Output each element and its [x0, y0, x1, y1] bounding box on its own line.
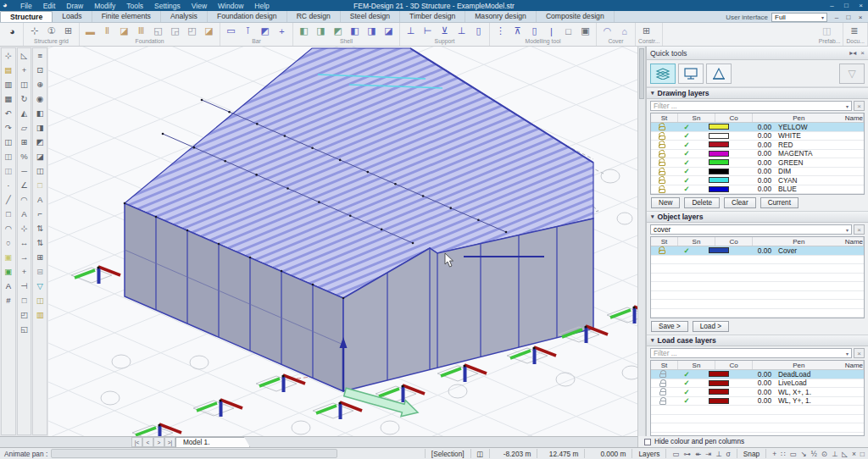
remove-view-icon[interactable]: ⊟ — [33, 264, 47, 279]
clear-filter-button[interactable]: × — [854, 348, 865, 358]
layer-color-swatch[interactable] — [709, 380, 729, 386]
undo-icon[interactable]: ↶ — [2, 106, 15, 120]
menu-item[interactable]: Draw — [61, 2, 88, 10]
layer-color-swatch[interactable] — [709, 247, 729, 253]
workplane-icon[interactable]: □ — [33, 178, 47, 192]
prefab-icon[interactable]: ◫ — [819, 24, 835, 38]
copy-object-icon[interactable]: ◫ — [18, 77, 31, 91]
window-control-button[interactable]: × — [854, 2, 868, 9]
support-group-icon[interactable]: ▯ — [470, 24, 487, 38]
clear-filter-button[interactable]: × — [854, 224, 865, 235]
pile-foundation-icon[interactable]: ◲ — [167, 24, 183, 38]
filter-view-icon[interactable]: ▽ — [33, 279, 47, 293]
drawing-layer-row[interactable]: ✓ 0.00 CYAN — [651, 176, 864, 185]
layer-color-swatch[interactable] — [709, 389, 729, 395]
menu-item[interactable]: Edit — [38, 2, 61, 10]
lock-icon[interactable] — [659, 135, 665, 140]
snap-cross-icon[interactable]: + — [772, 450, 776, 458]
ribbon-tab[interactable]: Steel design — [341, 11, 400, 22]
mirror-icon[interactable]: ◭ — [18, 106, 31, 120]
drawing-layer-row[interactable]: ✓ 0.00 RED — [651, 141, 864, 150]
column-header[interactable]: Name — [845, 237, 864, 246]
clear-filter-button[interactable]: × — [854, 101, 865, 111]
region-yellow-icon[interactable]: ▣ — [2, 250, 15, 264]
tab-nav-button[interactable]: |< — [131, 437, 142, 447]
snap-off-icon[interactable]: × — [852, 450, 856, 458]
circle-draw-icon[interactable]: ○ — [2, 235, 15, 250]
save-icon[interactable]: ▥ — [2, 77, 15, 91]
object-layers-filter-input[interactable]: cover ▾ — [650, 224, 852, 235]
wall-icon[interactable]: ◨ — [313, 24, 329, 38]
drawing-layers-filter-input[interactable]: Filter ... ▾ — [650, 101, 852, 111]
column-header[interactable]: St — [651, 237, 678, 246]
point-tool-icon[interactable]: ⋮ — [492, 24, 509, 38]
lock-icon[interactable] — [659, 153, 665, 158]
copy-icon[interactable]: ◫ — [2, 135, 15, 149]
menu-item[interactable]: Settings — [149, 2, 186, 10]
add-view-icon[interactable]: ⊞ — [33, 250, 47, 264]
ungroup-icon[interactable]: ◱ — [18, 322, 31, 336]
polygon-cover-icon[interactable]: ⌂ — [616, 24, 632, 38]
lock-icon[interactable] — [659, 250, 665, 254]
storey-icon[interactable]: ① — [43, 24, 59, 38]
beam-foundation-icon[interactable]: Ⅱ — [99, 24, 115, 38]
scale-icon[interactable]: % — [18, 149, 31, 163]
visibility-check-icon[interactable]: ✓ — [673, 370, 700, 379]
lock-icon[interactable] — [659, 180, 665, 184]
point-support-icon[interactable]: ⊥ — [403, 24, 419, 38]
visibility-check-icon[interactable]: ✓ — [673, 379, 700, 387]
bar-tool-icon[interactable]: ▯ — [526, 24, 542, 38]
lock-icon[interactable] — [659, 144, 665, 148]
load-case-filter-input[interactable]: Filter ... ▾ — [650, 348, 852, 358]
layers-tool-button[interactable] — [650, 64, 676, 84]
node-edit-icon[interactable]: ⊹ — [18, 221, 31, 235]
lock-icon[interactable] — [659, 171, 665, 175]
lock-icon[interactable] — [659, 373, 666, 378]
tab-nav-button[interactable]: >| — [164, 437, 175, 447]
drawing-layer-row[interactable]: ✓ 0.00 MAGENTA — [651, 150, 864, 159]
column-header[interactable]: Sn — [678, 361, 715, 369]
snap-center-icon[interactable]: ⊙ — [821, 450, 827, 458]
arc-draw-icon[interactable]: ◠ — [2, 221, 15, 235]
snap-angle-icon[interactable]: ◺ — [842, 450, 848, 458]
construction-grid-icon[interactable]: ⊞ — [638, 24, 654, 38]
zoom-in-icon[interactable]: ⊕ — [33, 77, 47, 91]
layer-color-swatch[interactable] — [709, 124, 729, 130]
profiled-wall-icon[interactable]: ◧ — [347, 24, 363, 38]
document-window-button[interactable]: × — [854, 14, 866, 21]
display-tool-button[interactable] — [678, 64, 704, 84]
isolated-foundation-icon[interactable]: ◱ — [150, 24, 166, 38]
window-control-button[interactable]: □ — [839, 2, 854, 9]
truss-tool-icon[interactable]: ⊼ — [509, 24, 526, 38]
column-header[interactable]: Co — [715, 113, 753, 122]
paste-icon[interactable]: ◫ — [2, 149, 15, 163]
wedge-foundation-icon[interactable]: ◪ — [116, 24, 132, 38]
menu-item[interactable]: View — [186, 2, 212, 10]
line-support-icon[interactable]: ⊢ — [420, 24, 436, 38]
load-case-row[interactable]: ✓ 0.00 WL, X+, 1. — [651, 388, 864, 397]
ribbon-tab[interactable]: Foundation design — [208, 11, 287, 22]
snap-box-icon[interactable]: ▭ — [790, 450, 797, 458]
arc-cover-icon[interactable]: ◠ — [599, 24, 615, 38]
dock-panel-icon[interactable]: ▸◂ — [849, 49, 856, 57]
drawing-layers-button[interactable]: Delete — [684, 197, 720, 208]
rotate-icon[interactable]: ↻ — [18, 91, 31, 106]
lock-icon[interactable] — [659, 391, 666, 395]
fillet-icon[interactable]: ◠ — [18, 192, 31, 207]
cube-pale-icon[interactable]: ◫ — [33, 293, 47, 307]
documentation-icon[interactable]: ≣ — [846, 24, 862, 38]
zoom-window-icon[interactable]: ⊡ — [33, 63, 47, 77]
line-draw-icon[interactable]: ╱ — [2, 192, 15, 207]
redo-icon[interactable]: ↷ — [2, 120, 15, 135]
model-viewport[interactable] — [48, 47, 637, 436]
column-header[interactable]: Pen — [753, 237, 845, 246]
perpendicular-icon[interactable]: ⊥ — [715, 450, 721, 458]
layer-color-swatch[interactable] — [709, 177, 729, 183]
ribbon-tab[interactable]: Composite design — [537, 11, 615, 22]
move-vertical-icon[interactable]: ⇅ — [33, 221, 47, 235]
visibility-check-icon[interactable]: ✓ — [673, 149, 700, 158]
cube-stack-icon[interactable]: ▥ — [33, 307, 47, 322]
view-3d-icon[interactable]: ◫ — [33, 163, 47, 178]
profiled-plate-icon[interactable]: ◩ — [330, 24, 346, 38]
ribbon-tab[interactable]: Finite elements — [92, 11, 161, 22]
